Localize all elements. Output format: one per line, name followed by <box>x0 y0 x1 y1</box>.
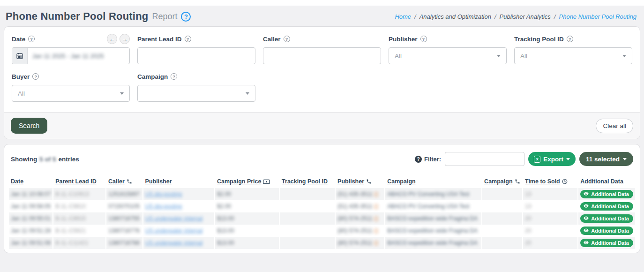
cell-value[interactable]: US underwater internal <box>145 227 203 234</box>
breadcrumb-item[interactable]: Publisher Analytics <box>500 13 551 20</box>
column-header-label[interactable]: Campaign <box>387 178 415 185</box>
column-header-label[interactable]: Publisher <box>337 178 364 185</box>
column-header-tracking_pool_id[interactable]: Tracking Pool ID <box>280 175 335 188</box>
publisher-select-value: All <box>395 53 402 60</box>
cell-campaign_number <box>482 212 522 225</box>
additional-data-button[interactable]: Additional Data <box>580 190 633 198</box>
parent-lead-id-input[interactable] <box>138 48 255 64</box>
publisher-select[interactable]: All <box>389 47 507 64</box>
additional-data-button[interactable]: Additional Data <box>580 239 633 247</box>
cell-value[interactable]: US underwater internal <box>145 215 203 222</box>
column-header-label[interactable]: Publisher <box>145 178 172 185</box>
caller-help-icon[interactable]: ? <box>284 36 290 42</box>
search-button[interactable]: Search <box>11 118 47 134</box>
cell-publisher: US dig-posting <box>143 188 214 200</box>
column-header-campaign_number[interactable]: Campaign <box>482 175 522 188</box>
caller-input[interactable] <box>263 48 381 64</box>
results-panel: Showing 5 of 5 entries ? Filter: x Expor… <box>4 144 640 253</box>
columns-selected-button[interactable]: 11 selected <box>579 152 633 166</box>
flag-icon <box>374 204 378 209</box>
date-label: Date <box>12 36 25 43</box>
cell-value: B-1L-C8915 <box>55 215 86 222</box>
eye-icon <box>584 191 589 197</box>
table-toolbar: Showing 5 of 5 entries ? Filter: x Expor… <box>4 144 640 173</box>
column-header-label[interactable]: Caller <box>108 178 125 185</box>
column-header-publisher[interactable]: Publisher <box>143 175 214 188</box>
eye-icon <box>584 216 589 221</box>
cell-parent_lead_id: B-1L-C8915 <box>53 212 105 225</box>
column-header-date[interactable]: Date <box>9 175 52 188</box>
cell-time_to_sold: 13 <box>523 188 577 200</box>
cell-value[interactable]: US dig-posting <box>145 191 182 197</box>
table-filter-input[interactable] <box>445 152 524 166</box>
column-header-label[interactable]: Campaign Price <box>217 178 261 185</box>
cell-date: Jan 11 10:08:07 <box>9 188 52 200</box>
cell-time_to_sold: 20 <box>523 212 577 225</box>
cell-value: (51) 435-3511 <box>337 191 373 197</box>
date-range-value[interactable] <box>28 48 129 64</box>
campaign-label: Campaign <box>137 73 168 80</box>
cell-value[interactable]: US underwater internal <box>145 240 203 246</box>
column-header-time_to_sold[interactable]: Time to Sold <box>523 175 577 188</box>
campaign-select[interactable] <box>137 85 255 102</box>
cell-value[interactable]: US dig-posting <box>145 203 182 210</box>
parent-lead-id-help-icon[interactable]: ? <box>185 36 191 42</box>
table-row: Jan 11 09:55:01B-1L-C89151380716755US un… <box>9 212 635 225</box>
filter-help-icon[interactable]: ? <box>415 156 422 163</box>
cell-value: $13.00 <box>217 240 234 246</box>
breadcrumb-item[interactable]: Home <box>395 13 411 20</box>
cell-caller: 1380716776 <box>106 225 142 237</box>
publisher-help-icon[interactable]: ? <box>420 36 427 42</box>
additional-data-button[interactable]: Additional Data <box>580 227 633 235</box>
tracking-pool-id-help-icon[interactable]: ? <box>567 36 573 42</box>
cell-value: $13.00 <box>217 215 234 222</box>
column-header-campaign_price[interactable]: Campaign Price <box>215 175 279 188</box>
cell-value: Jan 11 09:55:01 <box>11 215 51 222</box>
column-header-campaign[interactable]: Campaign <box>385 175 481 188</box>
campaign-help-icon[interactable]: ? <box>171 73 177 80</box>
date-prev-button[interactable]: ← <box>107 34 117 44</box>
flag-icon <box>374 241 378 245</box>
column-header-label[interactable]: Tracking Pool ID <box>282 178 328 185</box>
cell-value: (80) 574-2511 <box>337 215 373 222</box>
table-row: Jan 11 09:58:05B-1L-C98100715070105US di… <box>9 200 635 212</box>
cell-value: BASCO expedition wide Fragma DA <box>387 240 478 246</box>
column-header-label[interactable]: Time to Sold <box>525 178 560 185</box>
cell-campaign: ABACO PV Converting USA Test <box>385 188 481 200</box>
column-header-label[interactable]: Date <box>11 178 23 185</box>
filter-field-parent-lead-id: Parent Lead ID ? <box>137 33 255 64</box>
filter-field-publisher: Publisher ? All <box>389 33 507 64</box>
additional-data-button[interactable]: Additional Data <box>580 214 633 223</box>
additional-data-button[interactable]: Additional Data <box>580 202 633 211</box>
cell-value: Jan 11 09:51:08 <box>11 240 51 246</box>
buyer-select[interactable]: All <box>12 85 130 102</box>
column-header-caller[interactable]: Caller <box>106 175 142 188</box>
cell-tracking_pool_id <box>280 225 335 237</box>
export-button[interactable]: x Export <box>528 152 576 166</box>
cell-campaign_number <box>482 200 522 212</box>
flag-icon <box>374 192 378 196</box>
date-range-input[interactable] <box>12 47 130 64</box>
column-header-label[interactable]: Parent Lead ID <box>55 178 97 185</box>
column-header-parent_lead_id[interactable]: Parent Lead ID <box>53 175 105 188</box>
date-next-button[interactable]: → <box>120 34 130 44</box>
cell-campaign_number <box>482 237 522 249</box>
column-header-publisher_number[interactable]: Publisher <box>336 175 384 188</box>
filter-footer: Search Clear all <box>4 112 640 139</box>
page-help-icon[interactable]: ? <box>181 12 191 22</box>
tracking-pool-id-select[interactable]: All <box>514 47 632 64</box>
clear-all-button[interactable]: Clear all <box>596 119 633 133</box>
buyer-help-icon[interactable]: ? <box>32 73 39 80</box>
publisher-label: Publisher <box>389 36 418 43</box>
cell-value: $2.00 <box>217 203 231 210</box>
date-help-icon[interactable]: ? <box>28 36 35 42</box>
cell-additional_data: Additional Data <box>578 188 635 200</box>
cell-publisher_number: (51) 435-3511 <box>336 188 384 200</box>
column-header-label[interactable]: Campaign <box>484 178 512 185</box>
cell-value: BASCO expedition wide Fragma DA <box>387 227 478 234</box>
breadcrumb-item[interactable]: Analytics and Optimization <box>419 13 491 20</box>
breadcrumb-item[interactable]: Phone Number Pool Routing <box>559 13 637 20</box>
cell-date: Jan 11 09:51:28 <box>9 225 52 237</box>
caller-label: Caller <box>263 36 281 43</box>
cell-campaign_number <box>482 225 522 237</box>
